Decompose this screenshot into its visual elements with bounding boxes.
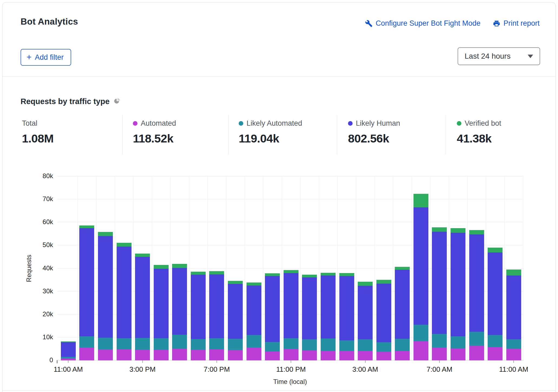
bar-segment-likely-automated[interactable] — [358, 339, 373, 351]
time-range-select[interactable]: Last 24 hours — [458, 47, 540, 65]
bar-1-00-pm[interactable] — [98, 232, 113, 360]
bar-segment-likely-automated[interactable] — [376, 342, 391, 352]
bar-segment-likely-automated[interactable] — [432, 334, 447, 348]
bar-9-00-pm[interactable] — [247, 283, 261, 360]
bar-segment-likely-human[interactable] — [247, 285, 261, 335]
bar-segment-likely-human[interactable] — [209, 274, 224, 338]
bar-segment-likely-automated[interactable] — [247, 335, 261, 348]
bar-11-00-pm[interactable] — [284, 270, 298, 360]
bar-segment-verified-bot[interactable] — [265, 273, 280, 276]
bar-segment-likely-human[interactable] — [154, 269, 169, 338]
bar-segment-likely-automated[interactable] — [506, 339, 521, 349]
bar-6-00-am[interactable] — [413, 194, 428, 360]
bar-segment-likely-automated[interactable] — [284, 338, 298, 349]
bar-segment-automated[interactable] — [172, 349, 187, 360]
bar-6-00-pm[interactable] — [191, 272, 206, 360]
bar-segment-likely-human[interactable] — [302, 277, 317, 339]
bar-segment-likely-human[interactable] — [191, 275, 206, 339]
bar-segment-likely-automated[interactable] — [228, 339, 243, 350]
bar-segment-verified-bot[interactable] — [376, 280, 391, 284]
bar-segment-likely-human[interactable] — [451, 233, 465, 336]
bar-segment-verified-bot[interactable] — [117, 243, 132, 247]
bar-segment-automated[interactable] — [135, 350, 150, 360]
bar-segment-automated[interactable] — [395, 351, 410, 360]
bar-segment-automated[interactable] — [154, 350, 169, 360]
bar-segment-likely-human[interactable] — [98, 236, 113, 338]
bar-segment-verified-bot[interactable] — [172, 264, 187, 268]
bar-segment-likely-human[interactable] — [61, 342, 76, 357]
bar-segment-automated[interactable] — [358, 351, 373, 360]
bar-8-00-pm[interactable] — [228, 281, 243, 360]
bar-segment-automated[interactable] — [413, 341, 428, 360]
bar-segment-verified-bot[interactable] — [432, 227, 447, 232]
bar-12-00-pm[interactable] — [79, 225, 94, 360]
bar-segment-verified-bot[interactable] — [451, 228, 465, 232]
bar-segment-likely-automated[interactable] — [302, 339, 317, 350]
bar-2-00-am[interactable] — [339, 273, 354, 360]
bar-segment-verified-bot[interactable] — [209, 271, 224, 274]
bar-segment-automated[interactable] — [117, 349, 132, 360]
bar-7-00-pm[interactable] — [209, 271, 224, 360]
configure-super-bot-fight-mode-link[interactable]: Configure Super Bot Fight Mode — [365, 19, 480, 28]
bar-segment-automated[interactable] — [284, 349, 298, 360]
bar-segment-automated[interactable] — [61, 358, 76, 360]
bar-segment-automated[interactable] — [228, 350, 243, 360]
bar-segment-automated[interactable] — [432, 348, 447, 360]
bar-10-00-pm[interactable] — [265, 273, 280, 360]
bar-2-00-pm[interactable] — [117, 243, 132, 360]
bar-segment-likely-human[interactable] — [432, 232, 447, 334]
bar-segment-likely-automated[interactable] — [265, 342, 280, 351]
bar-segment-likely-human[interactable] — [117, 247, 132, 338]
bar-9-00-am[interactable] — [469, 230, 484, 360]
bar-segment-likely-human[interactable] — [413, 207, 428, 325]
bar-segment-likely-automated[interactable] — [191, 339, 206, 350]
bar-segment-verified-bot[interactable] — [488, 248, 503, 253]
bar-segment-likely-automated[interactable] — [413, 325, 428, 341]
bar-segment-likely-automated[interactable] — [488, 335, 503, 347]
bar-10-00-am[interactable] — [488, 248, 503, 360]
print-report-link[interactable]: Print report — [493, 19, 540, 28]
bar-11-00-am[interactable] — [61, 341, 76, 360]
bar-segment-likely-automated[interactable] — [451, 336, 465, 348]
bar-3-00-pm[interactable] — [135, 254, 150, 360]
bar-segment-verified-bot[interactable] — [247, 283, 261, 285]
bar-segment-automated[interactable] — [191, 350, 206, 360]
bar-segment-likely-human[interactable] — [135, 257, 150, 338]
bar-segment-verified-bot[interactable] — [228, 281, 243, 284]
bar-segment-likely-automated[interactable] — [209, 338, 224, 349]
bar-segment-likely-human[interactable] — [321, 275, 336, 338]
bar-segment-likely-automated[interactable] — [98, 338, 113, 350]
bar-segment-verified-bot[interactable] — [284, 270, 298, 273]
bar-5-00-pm[interactable] — [172, 264, 187, 360]
bar-segment-likely-automated[interactable] — [79, 336, 94, 348]
add-filter-button[interactable]: + Add filter — [21, 49, 71, 66]
bar-segment-verified-bot[interactable] — [191, 272, 206, 275]
bar-8-00-am[interactable] — [451, 228, 465, 360]
bar-segment-likely-automated[interactable] — [321, 338, 336, 351]
bar-segment-automated[interactable] — [376, 352, 391, 360]
bar-segment-verified-bot[interactable] — [135, 254, 150, 257]
bar-segment-verified-bot[interactable] — [98, 232, 113, 236]
bar-segment-likely-human[interactable] — [172, 268, 187, 335]
bar-segment-likely-human[interactable] — [339, 276, 354, 340]
bar-segment-likely-automated[interactable] — [154, 338, 169, 350]
bar-segment-automated[interactable] — [451, 348, 465, 360]
bar-segment-verified-bot[interactable] — [506, 270, 521, 275]
bar-segment-verified-bot[interactable] — [302, 275, 317, 277]
bar-7-00-am[interactable] — [432, 227, 447, 360]
bar-segment-likely-automated[interactable] — [469, 332, 484, 346]
bar-segment-automated[interactable] — [321, 351, 336, 360]
bar-segment-likely-automated[interactable] — [339, 340, 354, 351]
bar-segment-verified-bot[interactable] — [321, 273, 336, 275]
bar-segment-automated[interactable] — [247, 348, 261, 360]
bar-5-00-am[interactable] — [395, 267, 410, 360]
bar-4-00-am[interactable] — [376, 280, 391, 360]
bar-segment-automated[interactable] — [98, 350, 113, 360]
bar-segment-verified-bot[interactable] — [154, 265, 169, 269]
bar-segment-likely-human[interactable] — [358, 286, 373, 339]
bar-segment-verified-bot[interactable] — [469, 230, 484, 234]
bar-segment-automated[interactable] — [302, 350, 317, 360]
bar-segment-automated[interactable] — [209, 349, 224, 360]
bar-segment-verified-bot[interactable] — [79, 225, 94, 228]
bar-segment-likely-automated[interactable] — [172, 335, 187, 349]
